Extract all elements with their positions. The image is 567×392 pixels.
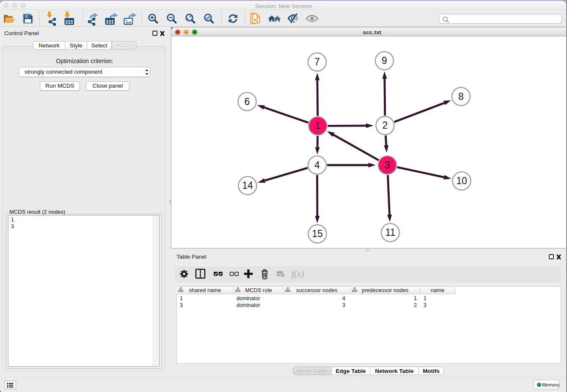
- svg-text:10: 10: [456, 175, 467, 186]
- svg-text:14: 14: [242, 180, 253, 191]
- svg-text:4: 4: [314, 160, 320, 171]
- svg-text:3: 3: [385, 160, 390, 171]
- svg-text:9: 9: [382, 55, 387, 66]
- svg-text:11: 11: [385, 227, 396, 238]
- svg-text:1: 1: [315, 120, 321, 131]
- svg-text:7: 7: [314, 56, 320, 67]
- svg-text:f(x): f(x): [292, 269, 304, 279]
- svg-text:8: 8: [458, 91, 464, 102]
- svg-text:2: 2: [383, 120, 388, 131]
- svg-text:6: 6: [245, 96, 250, 107]
- svg-text:15: 15: [312, 228, 323, 239]
